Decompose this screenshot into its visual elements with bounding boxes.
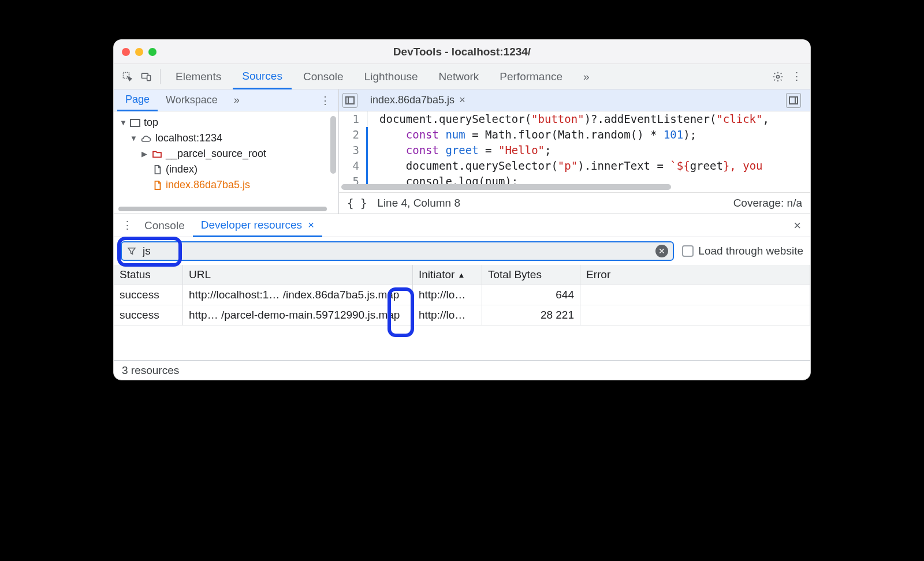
close-drawer-tab-icon[interactable]: × bbox=[308, 219, 314, 231]
navigator-more-icon[interactable]: ⋮ bbox=[315, 94, 335, 107]
cloud-icon bbox=[140, 134, 152, 143]
cell-error bbox=[580, 285, 810, 305]
window-title: DevTools - localhost:1234/ bbox=[114, 46, 810, 58]
load-through-website-label: Load through website bbox=[698, 245, 803, 257]
cell-status: success bbox=[114, 285, 183, 305]
tree-item-origin[interactable]: ▼ localhost:1234 bbox=[120, 130, 338, 146]
tree-item-index[interactable]: (index) bbox=[120, 162, 338, 177]
filter-toolbar: ✕ Load through website bbox=[114, 237, 810, 265]
code-editor[interactable]: 1document.querySelector("button")?.addEv… bbox=[339, 111, 810, 193]
tree-v-scrollbar[interactable] bbox=[330, 116, 336, 174]
filter-icon bbox=[126, 246, 137, 256]
settings-icon[interactable] bbox=[770, 69, 786, 85]
col-url[interactable]: URL bbox=[183, 265, 413, 285]
pretty-print-icon[interactable]: { } bbox=[347, 197, 367, 210]
file-icon bbox=[153, 164, 162, 175]
cell-bytes: 28 221 bbox=[482, 305, 580, 326]
tree-label-top: top bbox=[144, 117, 158, 129]
toggle-debug-panel-icon[interactable] bbox=[786, 93, 801, 108]
drawer-tab-console[interactable]: Console bbox=[136, 214, 193, 237]
navigator-tab-workspace[interactable]: Workspace bbox=[158, 89, 226, 111]
editor-file-tab-label: index.86da7ba5.js bbox=[370, 94, 454, 106]
checkbox-icon bbox=[682, 245, 694, 257]
main-tab-bar: Elements Sources Console Lighthouse Netw… bbox=[114, 64, 810, 89]
device-toggle-icon[interactable] bbox=[138, 69, 154, 85]
filter-input[interactable] bbox=[143, 245, 650, 257]
cell-error bbox=[580, 305, 810, 326]
cell-bytes: 644 bbox=[482, 285, 580, 305]
navigator-tab-overflow[interactable]: » bbox=[226, 89, 248, 111]
file-tree: ▼ top ▼ localhost:1234 ▶ __parcel_source… bbox=[114, 111, 338, 214]
cell-initiator: http://lo… bbox=[413, 305, 482, 326]
filter-input-container: ✕ bbox=[121, 241, 674, 261]
drawer-tab-dev-resources-label: Developer resources bbox=[201, 219, 302, 231]
svg-rect-5 bbox=[346, 97, 354, 104]
navigator-pane: Page Workspace » ⋮ ▼ top ▼ localhost:123… bbox=[114, 89, 339, 214]
devtools-window: DevTools - localhost:1234/ Elements Sour… bbox=[113, 39, 811, 380]
svg-rect-7 bbox=[789, 97, 798, 104]
tab-network[interactable]: Network bbox=[430, 64, 489, 89]
close-drawer-icon[interactable]: × bbox=[789, 218, 806, 233]
col-bytes[interactable]: Total Bytes bbox=[482, 265, 580, 285]
clear-filter-icon[interactable]: ✕ bbox=[655, 245, 668, 257]
tab-sources[interactable]: Sources bbox=[233, 65, 292, 89]
status-footer: 3 resources bbox=[114, 360, 810, 380]
editor-pane: index.86da7ba5.js × 1document.querySelec… bbox=[339, 89, 810, 214]
table-row[interactable]: success http… /parcel-demo-main.59712990… bbox=[114, 305, 810, 326]
folder-icon bbox=[152, 150, 162, 158]
kebab-menu-icon[interactable]: ⋮ bbox=[788, 69, 804, 85]
svg-rect-4 bbox=[131, 119, 140, 126]
col-initiator[interactable]: Initiator ▲ bbox=[413, 265, 482, 285]
cell-url: http://localhost:1… /index.86da7ba5.js.m… bbox=[183, 285, 413, 305]
tree-label-index: (index) bbox=[166, 163, 198, 175]
tab-performance[interactable]: Performance bbox=[490, 64, 572, 89]
editor-h-scrollbar[interactable] bbox=[341, 184, 671, 190]
svg-point-3 bbox=[777, 75, 780, 78]
svg-rect-2 bbox=[147, 75, 151, 80]
drawer-tab-dev-resources[interactable]: Developer resources × bbox=[193, 215, 322, 237]
tree-item-jsfile[interactable]: index.86da7ba5.js bbox=[120, 177, 338, 193]
editor-status-bar: { } Line 4, Column 8 Coverage: n/a bbox=[339, 193, 810, 214]
tab-overflow[interactable]: » bbox=[574, 64, 599, 89]
close-file-tab-icon[interactable]: × bbox=[459, 94, 465, 106]
js-file-icon bbox=[153, 180, 162, 190]
tree-item-folder[interactable]: ▶ __parcel_source_root bbox=[120, 146, 338, 162]
drawer-kebab-icon[interactable]: ⋮ bbox=[118, 214, 136, 237]
tree-label-jsfile: index.86da7ba5.js bbox=[166, 179, 250, 191]
sort-asc-icon: ▲ bbox=[458, 271, 465, 279]
resource-count: 3 resources bbox=[122, 364, 179, 377]
tree-item-top[interactable]: ▼ top bbox=[120, 115, 338, 130]
table-header-row: Status URL Initiator ▲ Total Bytes Error bbox=[114, 265, 810, 285]
titlebar: DevTools - localhost:1234/ bbox=[114, 40, 810, 64]
tree-h-scrollbar[interactable] bbox=[118, 207, 327, 211]
inspect-icon[interactable] bbox=[120, 69, 136, 85]
load-through-website-checkbox[interactable]: Load through website bbox=[682, 245, 803, 257]
drawer-tab-bar: ⋮ Console Developer resources × × bbox=[114, 214, 810, 237]
frame-icon bbox=[130, 119, 140, 127]
col-status[interactable]: Status bbox=[114, 265, 183, 285]
toggle-nav-panel-icon[interactable] bbox=[342, 93, 357, 108]
coverage-status: Coverage: n/a bbox=[733, 197, 802, 210]
tree-label-origin: localhost:1234 bbox=[155, 132, 222, 144]
tree-label-folder: __parcel_source_root bbox=[166, 148, 266, 160]
navigator-tab-page[interactable]: Page bbox=[117, 90, 158, 111]
tab-lighthouse[interactable]: Lighthouse bbox=[355, 64, 427, 89]
resources-table: Status URL Initiator ▲ Total Bytes Error… bbox=[114, 265, 810, 360]
tab-console[interactable]: Console bbox=[294, 64, 353, 89]
cell-initiator: http://lo… bbox=[413, 285, 482, 305]
editor-file-tab[interactable]: index.86da7ba5.js × bbox=[363, 89, 470, 111]
tab-elements[interactable]: Elements bbox=[166, 64, 230, 89]
col-error[interactable]: Error bbox=[580, 265, 810, 285]
table-row[interactable]: success http://localhost:1… /index.86da7… bbox=[114, 285, 810, 305]
cell-status: success bbox=[114, 305, 183, 326]
cursor-position: Line 4, Column 8 bbox=[377, 197, 460, 210]
cell-url: http… /parcel-demo-main.59712990.js.map bbox=[183, 305, 413, 326]
